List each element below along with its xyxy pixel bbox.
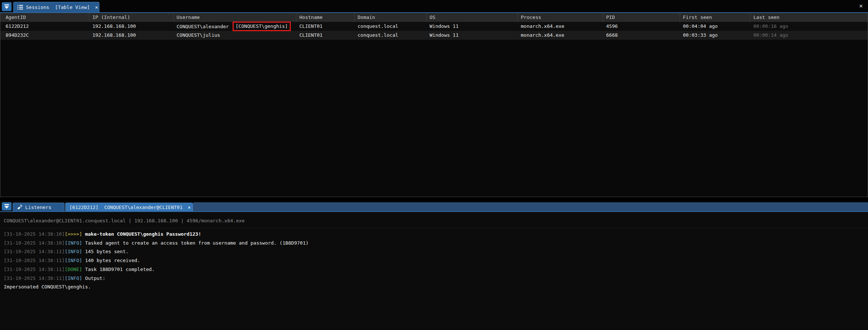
cell-domain: conquest.local [355,31,427,40]
collapse-tabs-button[interactable] [2,2,11,11]
cell-ip: 192.168.168.100 [89,22,174,32]
tabbar-filler [193,202,868,211]
log-tag: [DONE] [65,267,82,272]
column-header-domain[interactable]: Domain [355,13,427,22]
sessions-table-header: AgentIDIP (Internal)UsernameHostnameDoma… [0,13,868,22]
console-line: [31-10-2025 14:38:11][INFO] Output: [4,274,864,283]
impersonation-highlight-box: [CONQUEST\genghis] [233,22,291,31]
log-tag: [INFO] [65,249,82,254]
session-row[interactable]: 894D232C192.168.168.100CONQUEST\juliusCL… [0,31,868,40]
username-text: CONQUEST\julius [177,32,220,38]
log-message: 140 bytes received. [85,258,140,263]
console-line: [31-10-2025 14:38:11][INFO] 140 bytes re… [4,256,864,265]
cell-last-seen: 00:00:14 ago [750,31,868,40]
column-header-os[interactable]: OS [427,13,518,22]
console-log[interactable]: [31-10-2025 14:38:10][>>>>] make-token C… [0,228,868,291]
column-header-username[interactable]: Username [174,13,296,22]
cell-process: monarch.x64.exe [518,22,603,32]
cell-os: Windows 11 [427,31,518,40]
tab-agent-console[interactable]: [6122D212] CONQUEST\alexander@CLIENT01 ✕ [65,203,193,211]
collapse-icon [4,4,9,9]
log-message: 145 bytes sent. [85,249,128,254]
console-line: [31-10-2025 14:38:11][INFO] 145 bytes se… [4,247,864,256]
collapse-console-tabs-button[interactable] [2,202,11,210]
console-line: [31-10-2025 14:38:10][INFO] Tasked agent… [4,239,864,248]
close-panel-icon[interactable]: ✕ [859,2,863,9]
cell-pid: 4596 [603,22,680,32]
log-timestamp: [31-10-2025 14:38:11] [4,275,65,281]
table-view-icon [17,5,23,10]
console-line: Impersonated CONQUEST\genghis. [4,282,864,291]
session-info: CONQUEST\alexander@CLIENT01.conquest.loc… [0,212,868,228]
column-header-agentid[interactable]: AgentID [0,13,89,22]
cell-last-seen: 00:00:16 ago [750,22,868,32]
username-text: CONQUEST\alexander [177,24,229,29]
sessions-tabbar: Sessions [Table View] ✕ ✕ [0,0,868,13]
cell-username: CONQUEST\julius [174,31,296,40]
log-tag: [INFO] [65,240,82,246]
log-timestamp: [31-10-2025 14:38:10] [4,240,65,246]
column-header-ip-internal-[interactable]: IP (Internal) [89,13,174,22]
sessions-table-body: 6122D212192.168.168.100CONQUEST\alexande… [0,22,868,40]
cell-domain: conquest.local [355,22,427,32]
log-timestamp: [31-10-2025 14:38:11] [4,267,65,272]
log-message: Task 1B8D9701 completed. [85,267,155,272]
cell-pid: 6668 [603,31,680,40]
cell-agentid: 894D232C [0,31,89,40]
column-header-hostname[interactable]: Hostname [296,13,355,22]
cell-process: monarch.x64.exe [518,31,603,40]
cell-username: CONQUEST\alexander[CONQUEST\genghis] [174,22,296,32]
log-tag: [INFO] [65,275,82,281]
log-message: Output: [85,275,105,281]
cell-first-seen: 00:04:04 ago [680,22,750,32]
cell-hostname: CLIENT01 [296,31,355,40]
listeners-icon [17,205,22,210]
log-tag: [INFO] [65,258,82,263]
sessions-tab-label: Sessions [Table View] [26,4,90,10]
log-message: Impersonated CONQUEST\genghis. [4,284,91,290]
cell-first-seen: 00:03:33 ago [680,31,750,40]
tab-listeners[interactable]: Listeners [13,203,65,211]
log-timestamp: [31-10-2025 14:38:10] [4,231,65,237]
tab-sessions-table-view[interactable]: Sessions [Table View] ✕ [13,2,99,12]
cell-os: Windows 11 [427,22,518,32]
collapse-icon [4,204,9,209]
close-agent-tab-icon[interactable]: ✕ [188,205,191,210]
log-message: make-token CONQUEST\genghis Password123! [85,231,201,237]
cell-hostname: CLIENT01 [296,22,355,32]
console-line: [31-10-2025 14:38:10][>>>>] make-token C… [4,230,864,239]
column-header-pid[interactable]: PID [603,13,680,22]
cell-ip: 192.168.168.100 [89,31,174,40]
log-message: Tasked agent to create an access token f… [85,240,309,246]
column-header-process[interactable]: Process [518,13,603,22]
sessions-table: AgentIDIP (Internal)UsernameHostnameDoma… [0,13,868,197]
column-header-last-seen[interactable]: Last seen [750,13,868,22]
log-timestamp: [31-10-2025 14:38:11] [4,249,65,254]
listeners-tab-label: Listeners [25,205,51,210]
column-header-first-seen[interactable]: First seen [680,13,750,22]
session-row[interactable]: 6122D212192.168.168.100CONQUEST\alexande… [0,22,868,31]
log-timestamp: [31-10-2025 14:38:11] [4,258,65,263]
close-sessions-tab-icon[interactable]: ✕ [95,4,98,10]
log-tag: [>>>>] [65,231,82,237]
agent-console: CONQUEST\alexander@CLIENT01.conquest.loc… [0,212,868,330]
console-tabbar: Listeners [6122D212] CONQUEST\alexander@… [0,202,868,212]
cell-agentid: 6122D212 [0,22,89,32]
console-line: [31-10-2025 14:38:11][DONE] Task 1B8D970… [4,265,864,274]
agent-tab-label: [6122D212] CONQUEST\alexander@CLIENT01 [69,205,183,210]
